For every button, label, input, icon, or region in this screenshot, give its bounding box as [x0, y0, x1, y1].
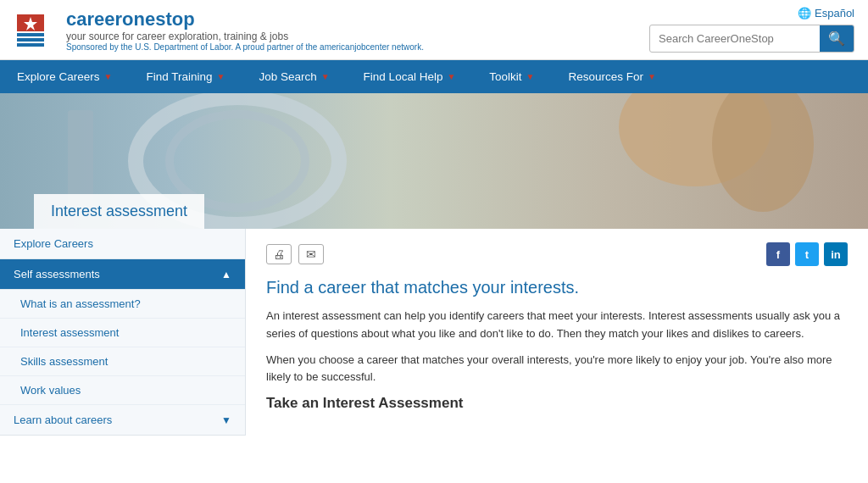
svg-rect-3: [17, 38, 44, 42]
hero-banner: Interest assessment: [0, 93, 868, 229]
nav-explore-careers[interactable]: Explore Careers ▼: [0, 60, 129, 93]
resources-for-arrow: ▼: [648, 72, 656, 81]
nav-find-training[interactable]: Find Training ▼: [129, 60, 242, 93]
search-input[interactable]: [650, 28, 820, 49]
sidebar-subitem-skills-assessment[interactable]: Skills assessment: [0, 347, 245, 376]
social-share-buttons: f t in: [766, 242, 848, 266]
toolbar-left: 🖨 ✉: [266, 244, 324, 264]
sidebar-item-self-assessments[interactable]: Self assessments ▲: [0, 259, 245, 290]
logo-icon: [14, 11, 58, 48]
logo-area: careeronestop your source for career exp…: [14, 8, 424, 52]
nav-job-search[interactable]: Job Search ▼: [242, 60, 346, 93]
nav-resources-for[interactable]: Resources For ▼: [552, 60, 673, 93]
linkedin-share-button[interactable]: in: [824, 242, 848, 266]
header-right: 🌐 Español 🔍: [649, 7, 854, 53]
svg-rect-4: [17, 43, 44, 47]
twitter-share-button[interactable]: t: [795, 242, 819, 266]
hero-label: Interest assessment: [34, 194, 204, 229]
explore-careers-arrow: ▼: [104, 72, 113, 81]
sidebar: Explore Careers Self assessments ▲ What …: [0, 229, 246, 436]
site-sponsor: Sponsored by the U.S. Department of Labo…: [66, 42, 424, 52]
content-paragraph-1: An interest assessment can help you iden…: [266, 308, 848, 343]
main-nav: Explore Careers ▼ Find Training ▼ Job Se…: [0, 60, 868, 93]
search-bar: 🔍: [649, 25, 854, 53]
svg-rect-2: [17, 33, 44, 36]
sidebar-subitem-what-is-assessment[interactable]: What is an assessment?: [0, 290, 245, 319]
site-tagline: your source for career exploration, trai…: [66, 31, 424, 42]
globe-icon: 🌐: [798, 7, 811, 19]
sidebar-item-explore-careers[interactable]: Explore Careers: [0, 229, 245, 259]
print-button[interactable]: 🖨: [266, 244, 292, 264]
facebook-share-button[interactable]: f: [766, 242, 790, 266]
site-name[interactable]: careeronestop: [66, 8, 424, 31]
content-subheading: Take an Interest Assessment: [266, 395, 848, 412]
content-paragraph-2: When you choose a career that matches yo…: [266, 352, 848, 387]
content-heading: Find a career that matches your interest…: [266, 278, 848, 297]
self-assessments-arrow: ▲: [221, 269, 231, 280]
sidebar-subitem-interest-assessment[interactable]: Interest assessment: [0, 319, 245, 347]
toolkit-arrow: ▼: [526, 72, 535, 81]
language-row: 🌐 Español: [798, 7, 854, 19]
find-training-arrow: ▼: [217, 72, 225, 81]
search-button[interactable]: 🔍: [820, 25, 854, 52]
sidebar-subitem-work-values[interactable]: Work values: [0, 376, 245, 405]
email-button[interactable]: ✉: [298, 244, 324, 264]
nav-find-local-help[interactable]: Find Local Help ▼: [347, 60, 473, 93]
language-link[interactable]: Español: [815, 7, 854, 19]
print-icon: 🖨: [273, 247, 285, 261]
content-area: 🖨 ✉ f t in Find a career that matches yo…: [246, 229, 868, 436]
nav-toolkit[interactable]: Toolkit ▼: [472, 60, 551, 93]
main-content: Explore Careers Self assessments ▲ What …: [0, 229, 868, 436]
content-toolbar: 🖨 ✉ f t in: [266, 242, 848, 266]
logo-text: careeronestop your source for career exp…: [66, 8, 424, 52]
sidebar-item-learn-about-careers[interactable]: Learn about careers ▼: [0, 405, 245, 436]
job-search-arrow: ▼: [321, 72, 330, 81]
learn-about-careers-arrow: ▼: [221, 414, 231, 426]
find-local-help-arrow: ▼: [447, 72, 455, 81]
email-icon: ✉: [306, 247, 316, 261]
site-header: careeronestop your source for career exp…: [0, 0, 868, 60]
